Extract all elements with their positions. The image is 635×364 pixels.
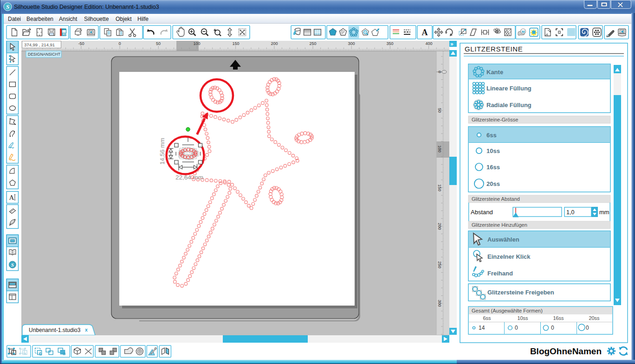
svg-text:0: 0: [551, 325, 554, 331]
svg-text:A: A: [422, 28, 428, 37]
svg-text:3D: 3D: [62, 32, 66, 36]
svg-text:1,0: 1,0: [566, 209, 574, 216]
svg-text:10ss: 10ss: [517, 315, 528, 321]
svg-text:20ss: 20ss: [589, 315, 600, 321]
svg-text:16ss: 16ss: [553, 315, 564, 321]
svg-text:14,56 mm: 14,56 mm: [159, 138, 166, 165]
svg-text:0: 0: [515, 325, 518, 331]
svg-text:0: 0: [586, 325, 589, 331]
svg-text:100: 100: [437, 145, 442, 152]
svg-text:BlogOhneNamen: BlogOhneNamen: [530, 346, 602, 356]
svg-text:6ss: 6ss: [486, 132, 497, 139]
svg-text:300: 300: [437, 300, 442, 307]
svg-text:Radiale Füllung: Radiale Füllung: [486, 102, 531, 109]
svg-text:374,99 , 214,91: 374,99 , 214,91: [24, 42, 55, 47]
svg-text:150: 150: [232, 41, 239, 46]
svg-text:A: A: [9, 194, 14, 201]
svg-text:250: 250: [309, 41, 316, 46]
svg-text:14: 14: [479, 325, 485, 331]
svg-text:Kante: Kante: [486, 69, 503, 76]
svg-text:»: »: [450, 41, 454, 47]
svg-text:10ss: 10ss: [486, 147, 500, 154]
svg-text:Unbenannt-1.studio3: Unbenannt-1.studio3: [29, 327, 81, 333]
svg-text:16ss: 16ss: [486, 164, 500, 171]
svg-text:22,64 mm: 22,64 mm: [175, 174, 203, 181]
svg-text:200: 200: [437, 223, 442, 230]
svg-text:Glitzersteine Abstand: Glitzersteine Abstand: [472, 196, 520, 202]
svg-text:350: 350: [386, 41, 393, 46]
svg-text:Auswählen: Auswählen: [487, 236, 519, 243]
svg-text:DESIGNANSICHT: DESIGNANSICHT: [28, 52, 60, 57]
svg-text:150: 150: [437, 184, 442, 191]
svg-text:Glitzersteine Freigeben: Glitzersteine Freigeben: [487, 289, 554, 296]
svg-text:Einzelner Klick: Einzelner Klick: [487, 253, 531, 260]
svg-text:50: 50: [156, 41, 161, 46]
svg-text:100: 100: [193, 41, 200, 46]
svg-text:Freihand: Freihand: [487, 270, 513, 277]
svg-text:400: 400: [425, 41, 432, 46]
svg-text:Glitzersteine Hinzufügen: Glitzersteine Hinzufügen: [472, 222, 527, 228]
svg-text:0: 0: [118, 41, 121, 46]
svg-text:M: M: [522, 30, 525, 34]
svg-text:Abstand: Abstand: [471, 209, 493, 216]
svg-text:mm: mm: [599, 209, 609, 216]
svg-text:200: 200: [271, 41, 278, 46]
svg-text:-50: -50: [78, 41, 84, 46]
svg-text:GLITZERSTEINE: GLITZERSTEINE: [465, 45, 523, 53]
svg-text:250: 250: [437, 261, 442, 268]
svg-text:Glitzersteine-Grösse: Glitzersteine-Grösse: [472, 117, 518, 122]
svg-text:Gesamt (Ausgewählte Formen): Gesamt (Ausgewählte Formen): [472, 308, 543, 313]
svg-text:20ss: 20ss: [486, 180, 500, 187]
svg-text:Lineare Füllung: Lineare Füllung: [486, 85, 531, 92]
svg-text:50: 50: [437, 108, 442, 113]
svg-text:x: x: [85, 327, 88, 332]
svg-text:S: S: [11, 262, 14, 268]
svg-text:300: 300: [348, 41, 355, 46]
svg-text:6ss: 6ss: [483, 315, 491, 321]
svg-text:S: S: [6, 3, 9, 10]
